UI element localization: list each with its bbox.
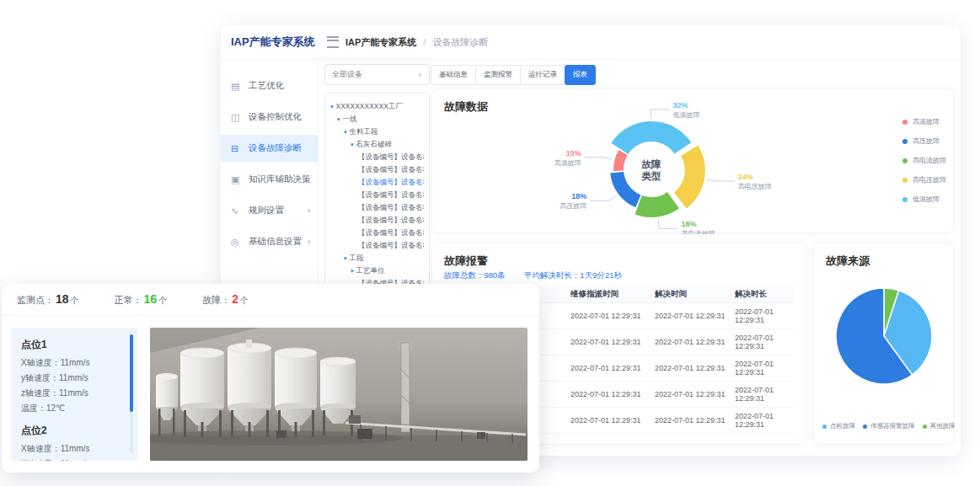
- pie-slice[interactable]: [635, 192, 679, 217]
- knowledge-base-icon: ▣: [231, 174, 244, 185]
- table-cell: 2022-07-01 12:29:31: [735, 307, 794, 324]
- tree-expand-icon[interactable]: ▾: [330, 104, 334, 110]
- tree-leaf-device[interactable]: 【设备编号】设备名称: [330, 239, 424, 252]
- tab-monitor-alarm[interactable]: 监测报警: [475, 65, 521, 85]
- legend-item[interactable]: 低温故障: [902, 190, 946, 209]
- table-cell: 2022-07-01 12:29:31: [570, 338, 655, 346]
- table-cell: 2022-07-01 12:29:31: [735, 412, 794, 429]
- monitor-header: 监测点： 18 个 正常： 16 个 故障： 2 个: [2, 284, 539, 316]
- table-cell: 2022-07-01 12:29:31: [655, 416, 735, 425]
- breadcrumb-current: 设备故障诊断: [432, 36, 488, 49]
- tree-leaf-device[interactable]: 【设备编号】设备名称: [330, 163, 424, 176]
- legend-item[interactable]: 高温故障: [902, 112, 946, 131]
- scrollbar-thumb[interactable]: [130, 334, 133, 412]
- slice-name-label: 高电压故障: [738, 183, 772, 190]
- tree-leaf-device[interactable]: 【设备编号】设备名称: [330, 227, 424, 239]
- table-cell: 2022-07-01 12:29:31: [735, 334, 794, 350]
- sidebar-item-fault-diagnosis[interactable]: ⊟ 设备故障诊断: [221, 135, 318, 162]
- pie-slice[interactable]: [611, 121, 691, 154]
- legend-dot: [902, 158, 908, 163]
- top-bar: IAP产能专家系统 IAP产能专家系统 / 设备故障诊断: [221, 25, 961, 60]
- fault-alarm-stats: 故障总数：980条 平均解决时长：1天9分21秒: [444, 270, 622, 281]
- breadcrumb-root[interactable]: IAP产能专家系统: [345, 36, 416, 49]
- sidebar-item-rule-settings[interactable]: ∿ 规则设置 ∨: [221, 197, 318, 224]
- callout-line: [651, 109, 670, 119]
- legend-item[interactable]: 高压故障: [902, 131, 946, 151]
- content-tabs: 基础信息 监测报警 运行记录 报表: [431, 65, 596, 85]
- tree-node-section[interactable]: ▾工段: [330, 252, 424, 264]
- tree-node-unit[interactable]: ▾工艺单位: [330, 264, 424, 277]
- tree-node-factory[interactable]: ▾XXXXXXXXXXX工厂: [330, 100, 424, 113]
- legend-dot: [902, 197, 908, 202]
- breadcrumb-separator: /: [423, 37, 426, 47]
- legend-item[interactable]: 其他故障: [923, 422, 956, 430]
- monitor-point-list[interactable]: 点位1 X轴速度：11mm/s y轴速度：11mm/s z轴速度：11mm/s …: [11, 328, 137, 461]
- table-cell: 2022-07-01 12:29:31: [655, 364, 735, 372]
- sidebar-item-label: 设备故障诊断: [249, 142, 302, 154]
- tree-node-line[interactable]: ▾一线: [330, 113, 424, 126]
- tree-leaf-device-selected[interactable]: 【设备编号】设备名称: [330, 176, 424, 189]
- tab-run-records[interactable]: 运行记录: [520, 65, 565, 85]
- rule-settings-icon: ∿: [231, 206, 244, 216]
- donut-center-label: 类型: [641, 171, 662, 181]
- tree-expand-icon[interactable]: ▾: [337, 116, 340, 123]
- callout-line: [585, 158, 613, 160]
- tree-leaf-device[interactable]: 【设备编号】设备名称: [330, 214, 424, 227]
- fault-data-card: 故障数据 32%低温故障24%高电压故障16%高电流故障18%高压故障10%高温…: [431, 88, 954, 233]
- select-value: 全部设备: [332, 69, 362, 80]
- point-metric: y轴速度：11mm/s: [21, 371, 127, 386]
- slice-percent-label: 24%: [738, 173, 753, 181]
- tree-leaf-device[interactable]: 【设备编号】设备名称: [330, 189, 424, 201]
- monitor-total-value: 18: [56, 292, 69, 306]
- legend-item[interactable]: 传感器报警故障: [863, 422, 915, 430]
- fault-total-stat: 故障总数：980条: [444, 270, 506, 281]
- point-1-name: 点位1: [21, 338, 127, 352]
- legend-label: 高电压故障: [913, 175, 946, 184]
- tree-expand-icon[interactable]: ▾: [344, 129, 347, 136]
- slice-percent-label: 18%: [571, 192, 586, 200]
- pie-slice[interactable]: [610, 172, 640, 207]
- legend-dot: [902, 178, 908, 183]
- fault-alarm-title: 故障报警: [444, 254, 488, 269]
- legend-dot: [923, 425, 927, 429]
- legend-item[interactable]: 高电流故障: [902, 151, 946, 170]
- chevron-down-icon: ∨: [307, 207, 311, 214]
- sidebar-item-label: 基础信息设置: [249, 236, 302, 248]
- point-metric: X轴速度：11mm/s: [21, 441, 127, 457]
- slice-name-label: 高电流故障: [681, 230, 715, 234]
- process-optimization-icon: ▤: [231, 81, 244, 92]
- slice-name-label: 高压故障: [560, 202, 586, 210]
- tree-expand-icon[interactable]: ▾: [344, 255, 347, 262]
- legend-item[interactable]: 点检故障: [822, 422, 855, 430]
- sidebar-item-process-optimization[interactable]: ▤ 工艺优化: [221, 72, 318, 99]
- pie-slice[interactable]: [613, 150, 628, 171]
- fault-source-pie-chart: [814, 267, 955, 409]
- tree-leaf-device[interactable]: 【设备编号】设备名称: [330, 151, 424, 163]
- monitor-normal-stat: 正常： 16 个: [115, 292, 168, 307]
- sidebar-item-label: 工艺优化: [249, 80, 284, 92]
- tree-node-unit[interactable]: ▾石灰石破碎: [330, 138, 424, 151]
- menu-collapse-icon[interactable]: [327, 36, 339, 48]
- tab-reports[interactable]: 报表: [565, 65, 596, 85]
- tree-expand-icon[interactable]: ▾: [351, 142, 354, 148]
- table-cell: 2022-07-01 12:29:31: [735, 386, 794, 403]
- fault-type-donut-chart: 32%低温故障24%高电压故障16%高电流故障18%高压故障10%高温故障故障类…: [432, 89, 955, 234]
- sidebar-item-knowledge-base[interactable]: ▣ 知识库辅助决策: [221, 166, 318, 193]
- legend-dot: [902, 139, 908, 144]
- fault-diagnosis-icon: ⊟: [231, 143, 244, 154]
- monitor-fault-stat: 故障： 2 个: [202, 292, 249, 307]
- table-cell: 2022-07-01 12:29:31: [735, 360, 794, 377]
- tab-basic-info[interactable]: 基础信息: [431, 65, 476, 85]
- sidebar-item-basic-info-settings[interactable]: ◎ 基础信息设置 ∨: [221, 228, 318, 255]
- monitor-fault-value: 2: [232, 292, 238, 306]
- sidebar-item-equipment-control[interactable]: ◫ 设备控制优化: [221, 104, 318, 131]
- device-filter-select[interactable]: 全部设备 ∨: [324, 64, 430, 85]
- tree-leaf-device[interactable]: 【设备编号】设备名称: [330, 201, 424, 214]
- chevron-down-icon: ∨: [307, 238, 311, 245]
- pie-slice[interactable]: [674, 145, 705, 208]
- monitor-overlay-panel: 监测点： 18 个 正常： 16 个 故障： 2 个 点位1 X轴速度：11mm…: [2, 284, 539, 473]
- tree-node-section[interactable]: ▾生料工段: [330, 126, 424, 138]
- callout-line: [658, 219, 677, 228]
- legend-item[interactable]: 高电压故障: [902, 170, 946, 190]
- tree-expand-icon[interactable]: ▾: [351, 268, 354, 275]
